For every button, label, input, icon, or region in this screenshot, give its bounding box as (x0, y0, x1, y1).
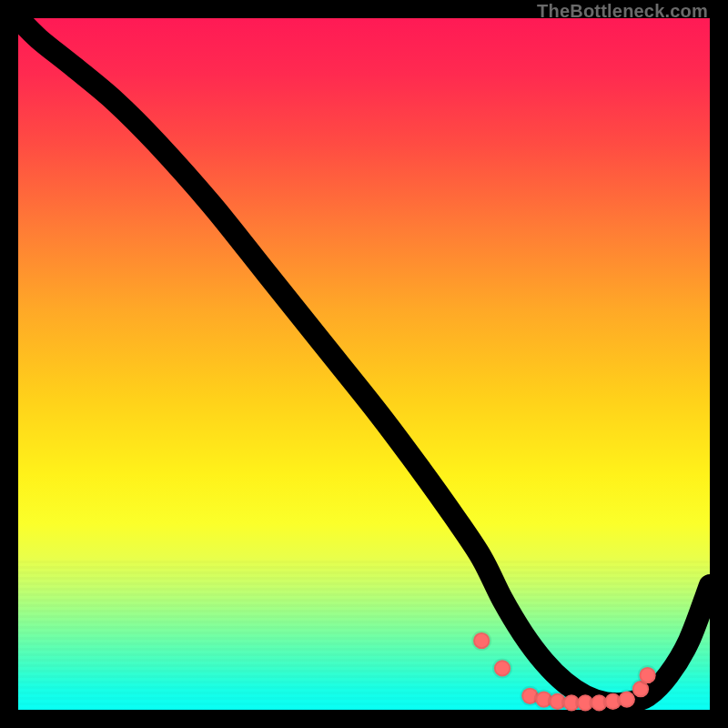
curve-path (18, 18, 710, 703)
marker-dot (473, 632, 490, 649)
plot-area (18, 18, 710, 710)
marker-dot (494, 660, 511, 676)
watermark-text: TheBottleneck.com (537, 2, 708, 20)
marker-dot (639, 667, 655, 683)
chart-svg (18, 18, 710, 710)
chart-stage: TheBottleneck.com (0, 0, 728, 728)
